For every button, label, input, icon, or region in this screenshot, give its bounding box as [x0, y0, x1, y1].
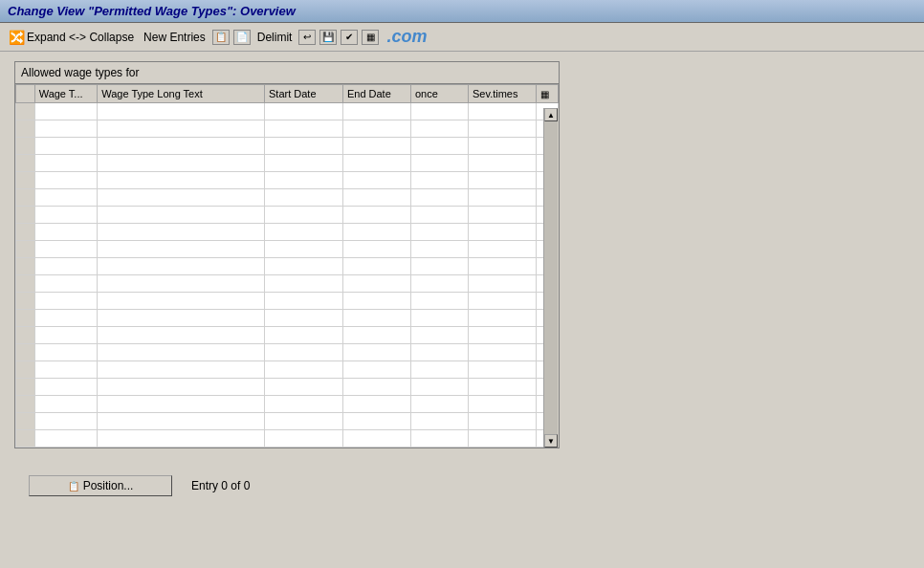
cell-start-date[interactable] [265, 310, 343, 327]
cell-end-date[interactable] [342, 224, 410, 241]
cell-start-date[interactable] [265, 413, 343, 430]
cell-wage-long[interactable] [98, 361, 265, 379]
cell-sev-times[interactable] [469, 155, 537, 172]
cell-wage-t[interactable] [34, 224, 98, 241]
cell-wage-t[interactable] [34, 310, 98, 327]
cell-sev-times[interactable] [469, 327, 537, 344]
scrollbar[interactable]: ▲ ▼ [543, 108, 559, 448]
cell-wage-long[interactable] [98, 293, 265, 310]
cell-start-date[interactable] [265, 327, 343, 344]
cell-once[interactable] [410, 413, 468, 430]
cell-wage-t[interactable] [34, 379, 98, 396]
icon-paste[interactable]: 📄 [233, 30, 251, 45]
cell-wage-long[interactable] [98, 207, 265, 224]
cell-wage-long[interactable] [98, 224, 265, 241]
cell-start-date[interactable] [265, 344, 343, 361]
cell-sev-times[interactable] [469, 224, 537, 241]
cell-end-date[interactable] [342, 172, 410, 189]
col-header-icon[interactable]: ▦ [537, 85, 559, 103]
cell-sev-times[interactable] [469, 189, 537, 207]
cell-once[interactable] [410, 310, 468, 327]
cell-once[interactable] [410, 155, 468, 172]
cell-end-date[interactable] [342, 189, 410, 207]
cell-once[interactable] [410, 396, 468, 413]
cell-wage-long[interactable] [98, 138, 265, 155]
cell-wage-t[interactable] [34, 327, 98, 344]
new-entries-button[interactable]: New Entries [141, 29, 209, 46]
icon-save[interactable]: 💾 [319, 30, 337, 45]
cell-once[interactable] [410, 275, 468, 293]
cell-end-date[interactable] [342, 275, 410, 293]
cell-start-date[interactable] [265, 379, 343, 396]
cell-sev-times[interactable] [469, 396, 537, 413]
cell-end-date[interactable] [342, 155, 410, 172]
cell-wage-long[interactable] [98, 172, 265, 189]
cell-once[interactable] [410, 189, 468, 207]
cell-sev-times[interactable] [469, 275, 537, 293]
cell-end-date[interactable] [342, 310, 410, 327]
cell-start-date[interactable] [265, 293, 343, 310]
icon-undo[interactable]: ↩ [298, 30, 316, 45]
cell-wage-t[interactable] [34, 361, 98, 379]
cell-end-date[interactable] [342, 379, 410, 396]
cell-wage-long[interactable] [98, 396, 265, 413]
cell-once[interactable] [410, 224, 468, 241]
cell-start-date[interactable] [265, 120, 343, 138]
cell-wage-long[interactable] [98, 310, 265, 327]
cell-start-date[interactable] [265, 138, 343, 155]
cell-wage-long[interactable] [98, 241, 265, 258]
cell-sev-times[interactable] [469, 241, 537, 258]
cell-start-date[interactable] [265, 103, 343, 120]
cell-start-date[interactable] [265, 224, 343, 241]
column-settings-icon[interactable]: ▦ [540, 89, 549, 99]
position-button[interactable]: 📋 Position... [29, 475, 172, 496]
icon-grid[interactable]: ▦ [362, 30, 379, 45]
cell-start-date[interactable] [265, 430, 343, 448]
icon-copy[interactable]: 📋 [212, 30, 230, 45]
cell-sev-times[interactable] [469, 430, 537, 448]
cell-start-date[interactable] [265, 189, 343, 207]
cell-once[interactable] [410, 172, 468, 189]
cell-start-date[interactable] [265, 361, 343, 379]
cell-wage-long[interactable] [98, 155, 265, 172]
scroll-down-button[interactable]: ▼ [544, 434, 558, 448]
cell-wage-t[interactable] [34, 155, 98, 172]
cell-sev-times[interactable] [469, 172, 537, 189]
cell-wage-long[interactable] [98, 413, 265, 430]
cell-sev-times[interactable] [469, 120, 537, 138]
cell-sev-times[interactable] [469, 379, 537, 396]
cell-wage-t[interactable] [34, 189, 98, 207]
cell-wage-t[interactable] [34, 120, 98, 138]
cell-wage-t[interactable] [34, 396, 98, 413]
cell-once[interactable] [410, 241, 468, 258]
delimit-button[interactable]: Delimit [254, 29, 296, 46]
cell-wage-long[interactable] [98, 344, 265, 361]
cell-wage-t[interactable] [34, 138, 98, 155]
cell-once[interactable] [410, 138, 468, 155]
cell-wage-t[interactable] [34, 293, 98, 310]
cell-start-date[interactable] [265, 172, 343, 189]
cell-once[interactable] [410, 430, 468, 448]
cell-once[interactable] [410, 120, 468, 138]
cell-wage-long[interactable] [98, 327, 265, 344]
cell-wage-t[interactable] [34, 172, 98, 189]
cell-sev-times[interactable] [469, 207, 537, 224]
cell-once[interactable] [410, 361, 468, 379]
cell-once[interactable] [410, 207, 468, 224]
cell-end-date[interactable] [342, 103, 410, 120]
cell-sev-times[interactable] [469, 361, 537, 379]
cell-wage-long[interactable] [98, 189, 265, 207]
cell-sev-times[interactable] [469, 310, 537, 327]
cell-start-date[interactable] [265, 396, 343, 413]
cell-end-date[interactable] [342, 241, 410, 258]
cell-end-date[interactable] [342, 138, 410, 155]
cell-wage-t[interactable] [34, 103, 98, 120]
expand-collapse-button[interactable]: 🔀 Expand <-> Collapse [6, 28, 137, 47]
cell-sev-times[interactable] [469, 138, 537, 155]
cell-wage-t[interactable] [34, 207, 98, 224]
cell-end-date[interactable] [342, 396, 410, 413]
cell-wage-long[interactable] [98, 120, 265, 138]
cell-wage-long[interactable] [98, 275, 265, 293]
cell-end-date[interactable] [342, 327, 410, 344]
cell-start-date[interactable] [265, 241, 343, 258]
